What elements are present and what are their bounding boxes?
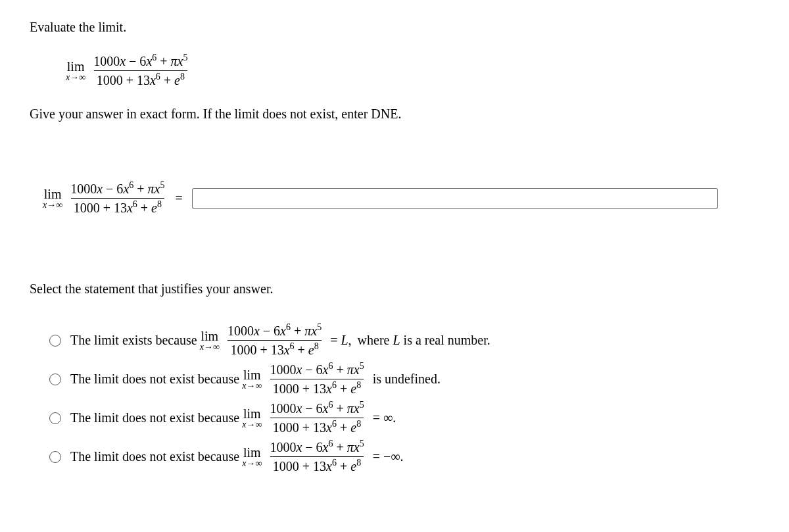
limit-expression: lim x→∞ 1000x − 6x6 + πx5 1000 + 13x6 + … xyxy=(66,53,759,88)
answer-limit-expression: lim x→∞ 1000x − 6x6 + πx5 1000 + 13x6 + … xyxy=(43,181,167,216)
answer-input[interactable] xyxy=(192,188,718,209)
option-1-text: The limit exists because lim x→∞ 1000x −… xyxy=(70,323,493,358)
problem-prompt: Evaluate the limit. xyxy=(30,20,759,35)
options-group: The limit exists because lim x→∞ 1000x −… xyxy=(49,323,759,474)
option-1[interactable]: The limit exists because lim x→∞ 1000x −… xyxy=(49,323,759,358)
option-2[interactable]: The limit does not exist because lim x→∞… xyxy=(49,362,759,397)
option-2-text: The limit does not exist because lim x→∞… xyxy=(70,362,443,397)
fraction: 1000x − 6x6 + πx5 1000 + 13x6 + e8 xyxy=(91,53,190,88)
radio-icon[interactable] xyxy=(49,412,61,424)
radio-icon[interactable] xyxy=(49,335,61,347)
option-4-text: The limit does not exist because lim x→∞… xyxy=(70,439,406,474)
option-4[interactable]: The limit does not exist because lim x→∞… xyxy=(49,439,759,474)
radio-icon[interactable] xyxy=(49,451,61,463)
lim-operator: lim x→∞ xyxy=(66,60,85,82)
answer-row: lim x→∞ 1000x − 6x6 + πx5 1000 + 13x6 + … xyxy=(43,181,759,216)
instruction-text: Give your answer in exact form. If the l… xyxy=(30,107,759,122)
option-3[interactable]: The limit does not exist because lim x→∞… xyxy=(49,400,759,435)
equals-sign: = xyxy=(175,191,182,206)
option-3-text: The limit does not exist because lim x→∞… xyxy=(70,400,398,435)
radio-icon[interactable] xyxy=(49,374,61,385)
select-prompt: Select the statement that justifies your… xyxy=(30,281,759,297)
